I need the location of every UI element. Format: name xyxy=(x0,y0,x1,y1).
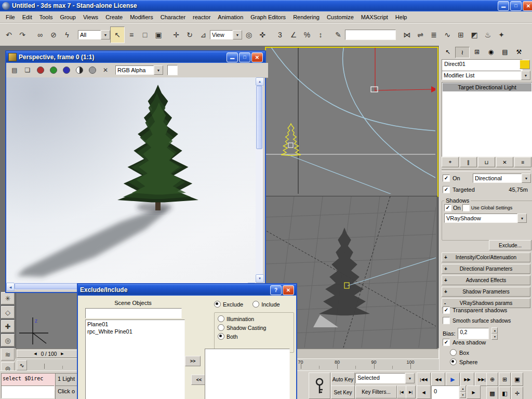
bias-field[interactable]: 0,2 xyxy=(458,328,489,339)
render-scene-icon[interactable]: ♨ xyxy=(481,27,495,43)
clone-window-icon[interactable]: ❏ xyxy=(22,64,33,76)
zoom-extents-all-icon[interactable]: ▩ xyxy=(486,387,498,399)
render-window-titlebar[interactable]: Perspective, frame 0 (1:1) xyxy=(6,51,265,63)
viewport-left-sliver[interactable]: z xyxy=(16,292,78,349)
light-type-dropdown[interactable]: Directional xyxy=(473,174,531,183)
blue-channel-button[interactable] xyxy=(61,64,72,76)
sphere-radio[interactable] xyxy=(450,358,457,365)
modifier-stack[interactable]: Target Directional Light xyxy=(442,82,532,157)
menu-edit[interactable]: Edit xyxy=(19,13,36,21)
viewport-top-view[interactable] xyxy=(265,47,438,197)
select-and-link-icon[interactable]: ∞ xyxy=(33,27,47,43)
monochrome-button[interactable] xyxy=(74,64,85,76)
side-icon-3[interactable]: ✚ xyxy=(1,320,15,332)
minimize-button[interactable] xyxy=(498,1,509,11)
spinner-up-icon[interactable] xyxy=(491,327,498,334)
mini-curve-editor-button[interactable] xyxy=(17,360,27,370)
next-frame-button[interactable]: ▶ xyxy=(467,385,481,399)
area-shadow-checkbox[interactable] xyxy=(443,339,450,346)
menu-customize[interactable]: Customize xyxy=(323,13,357,21)
bind-to-space-warp-icon[interactable]: ϟ xyxy=(60,27,74,43)
next-key-button[interactable]: ▶▶ xyxy=(460,373,474,386)
menu-group[interactable]: Group xyxy=(56,13,79,21)
excluded-objects-list[interactable] xyxy=(205,349,290,399)
scroll-up-icon[interactable] xyxy=(256,77,264,86)
window-crossing-icon[interactable]: ▣ xyxy=(152,27,165,43)
zoom-extents-icon[interactable]: ▣ xyxy=(511,373,523,386)
red-channel-button[interactable] xyxy=(35,64,46,76)
rollout-advanced-effects[interactable]: +Advanced Effects xyxy=(442,275,530,285)
play-button[interactable]: ▶ xyxy=(446,373,460,386)
select-object-icon[interactable]: ↖ xyxy=(110,26,125,43)
previous-key-small-button[interactable] xyxy=(397,385,406,398)
reference-coordinate-dropdown[interactable]: View xyxy=(210,30,242,39)
configure-modifier-sets-button[interactable]: ≡ xyxy=(514,157,531,167)
save-bitmap-icon[interactable]: ▤ xyxy=(9,64,20,76)
percent-snap-icon[interactable]: % xyxy=(300,27,314,43)
dropdown-arrow-icon[interactable] xyxy=(405,373,415,383)
tab-modify[interactable]: ≀ xyxy=(455,47,470,58)
edit-named-selections-icon[interactable]: ✎ xyxy=(331,27,345,43)
selection-set-dropdown[interactable]: Selected xyxy=(355,373,415,383)
scene-objects-filter-input[interactable] xyxy=(85,308,182,318)
background-color-swatch[interactable] xyxy=(167,65,178,75)
shadow-generator-dropdown[interactable]: VRayShadow xyxy=(444,214,527,223)
layer-manager-icon[interactable]: ≣ xyxy=(427,27,441,43)
menu-reactor[interactable]: reactor xyxy=(189,13,214,21)
set-keys-button[interactable] xyxy=(309,373,330,399)
scene-objects-list[interactable]: Plane01rpc_White Pine01 xyxy=(85,320,185,399)
smooth-surface-shadows-checkbox[interactable] xyxy=(443,317,450,324)
include-radio[interactable] xyxy=(252,301,259,308)
tab-display[interactable]: ▤ xyxy=(498,47,512,57)
pin-stack-button[interactable]: ⌖ xyxy=(442,157,459,167)
select-and-scale-icon[interactable]: ⊿ xyxy=(196,27,210,43)
scroll-left-icon[interactable] xyxy=(6,283,15,291)
schematic-view-icon[interactable]: ⊞ xyxy=(454,27,468,43)
box-radio[interactable] xyxy=(450,349,457,356)
exclude-button[interactable]: Exclude... xyxy=(489,240,531,250)
unlink-selection-icon[interactable]: ⊘ xyxy=(47,27,60,43)
material-editor-icon[interactable]: ◩ xyxy=(468,27,481,43)
select-by-name-icon[interactable]: ≡ xyxy=(125,27,138,43)
transparent-shadows-checkbox[interactable] xyxy=(443,307,450,314)
make-unique-button[interactable]: ⊔ xyxy=(478,157,495,167)
green-channel-button[interactable] xyxy=(48,64,59,76)
vertical-scrollbar[interactable] xyxy=(256,77,263,283)
dropdown-arrow-icon[interactable] xyxy=(522,174,531,183)
modifier-stack-item[interactable]: Target Directional Light xyxy=(443,83,531,91)
menu-animation[interactable]: Animation xyxy=(214,13,247,21)
align-icon[interactable]: ⇌ xyxy=(414,27,427,43)
exclude-radio[interactable] xyxy=(214,301,221,308)
side-icon-5[interactable]: ≋ xyxy=(1,348,15,361)
zoom-icon[interactable]: ⊕ xyxy=(486,373,498,386)
previous-key-button[interactable]: ◀◀ xyxy=(431,373,445,386)
restore-button[interactable] xyxy=(510,1,522,11)
close-button[interactable] xyxy=(523,1,532,11)
scene-object-item[interactable]: rpc_White Pine01 xyxy=(87,328,183,335)
scroll-down-icon[interactable] xyxy=(256,274,264,283)
curve-editor-icon[interactable]: ∿ xyxy=(441,27,454,43)
rollout-intensity-color-attenuation[interactable]: +Intensity/Color/Attenuation xyxy=(442,252,530,262)
alpha-channel-button[interactable] xyxy=(87,64,98,76)
side-icon-4[interactable]: ◎ xyxy=(1,334,15,347)
frame-spinner[interactable] xyxy=(460,385,466,398)
channel-dropdown[interactable]: RGB Alpha xyxy=(115,65,163,75)
bias-spinner[interactable] xyxy=(491,327,498,340)
auto-key-button[interactable]: Auto Key xyxy=(331,373,355,386)
menu-tools[interactable]: Tools xyxy=(36,13,57,21)
go-to-start-button[interactable]: |◀◀ xyxy=(417,373,431,386)
dropdown-arrow-icon[interactable] xyxy=(517,214,527,223)
dropdown-arrow-icon[interactable] xyxy=(101,30,110,39)
show-end-result-button[interactable]: ∥ xyxy=(460,157,477,167)
remove-modifier-button[interactable]: ✕ xyxy=(496,157,513,167)
menu-graph-editors[interactable]: Graph Editors xyxy=(247,13,289,21)
quick-render-icon[interactable]: ✦ xyxy=(495,27,508,43)
redo-icon[interactable]: ↷ xyxy=(16,27,29,43)
move-right-button[interactable]: >> xyxy=(185,356,201,366)
pan-icon[interactable]: ✛ xyxy=(511,387,523,399)
mirror-icon[interactable]: ⋈ xyxy=(400,27,414,43)
dialog-titlebar[interactable]: Exclude/Include xyxy=(78,284,296,296)
zoom-all-icon[interactable]: ⊞ xyxy=(499,373,511,386)
dropdown-arrow-icon[interactable] xyxy=(233,30,242,39)
frame-number-field[interactable]: 0 xyxy=(431,385,459,399)
